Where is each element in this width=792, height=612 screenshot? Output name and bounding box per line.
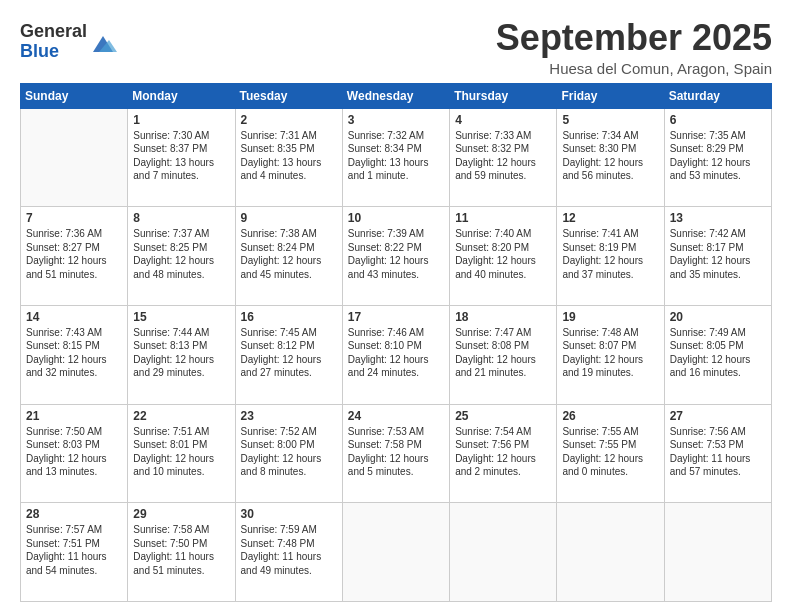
cell-week1-day3: 2Sunrise: 7:31 AMSunset: 8:35 PMDaylight… [235,108,342,207]
day-number: 27 [670,409,766,423]
cell-week5-day7 [664,503,771,602]
day-number: 11 [455,211,551,225]
week-row-5: 28Sunrise: 7:57 AMSunset: 7:51 PMDayligh… [21,503,772,602]
cell-week2-day4: 10Sunrise: 7:39 AMSunset: 8:22 PMDayligh… [342,207,449,306]
day-info: Sunrise: 7:56 AMSunset: 7:53 PMDaylight:… [670,425,766,479]
cell-week3-day3: 16Sunrise: 7:45 AMSunset: 8:12 PMDayligh… [235,305,342,404]
week-row-1: 1Sunrise: 7:30 AMSunset: 8:37 PMDaylight… [21,108,772,207]
day-info: Sunrise: 7:46 AMSunset: 8:10 PMDaylight:… [348,326,444,380]
day-number: 23 [241,409,337,423]
cell-week5-day4 [342,503,449,602]
cell-week5-day6 [557,503,664,602]
calendar-table: Sunday Monday Tuesday Wednesday Thursday… [20,83,772,602]
col-sunday: Sunday [21,83,128,108]
cell-week4-day2: 22Sunrise: 7:51 AMSunset: 8:01 PMDayligh… [128,404,235,503]
day-number: 29 [133,507,229,521]
logo-blue-text: Blue [20,41,59,61]
page: General Blue September 2025 Huesa del Co… [0,0,792,612]
day-info: Sunrise: 7:39 AMSunset: 8:22 PMDaylight:… [348,227,444,281]
day-info: Sunrise: 7:44 AMSunset: 8:13 PMDaylight:… [133,326,229,380]
cell-week2-day7: 13Sunrise: 7:42 AMSunset: 8:17 PMDayligh… [664,207,771,306]
day-number: 8 [133,211,229,225]
cell-week1-day4: 3Sunrise: 7:32 AMSunset: 8:34 PMDaylight… [342,108,449,207]
day-number: 30 [241,507,337,521]
cell-week1-day6: 5Sunrise: 7:34 AMSunset: 8:30 PMDaylight… [557,108,664,207]
week-row-2: 7Sunrise: 7:36 AMSunset: 8:27 PMDaylight… [21,207,772,306]
cell-week2-day1: 7Sunrise: 7:36 AMSunset: 8:27 PMDaylight… [21,207,128,306]
cell-week3-day4: 17Sunrise: 7:46 AMSunset: 8:10 PMDayligh… [342,305,449,404]
col-tuesday: Tuesday [235,83,342,108]
col-monday: Monday [128,83,235,108]
day-number: 12 [562,211,658,225]
day-info: Sunrise: 7:33 AMSunset: 8:32 PMDaylight:… [455,129,551,183]
day-number: 24 [348,409,444,423]
day-info: Sunrise: 7:47 AMSunset: 8:08 PMDaylight:… [455,326,551,380]
col-saturday: Saturday [664,83,771,108]
col-thursday: Thursday [450,83,557,108]
cell-week3-day5: 18Sunrise: 7:47 AMSunset: 8:08 PMDayligh… [450,305,557,404]
day-number: 6 [670,113,766,127]
day-info: Sunrise: 7:51 AMSunset: 8:01 PMDaylight:… [133,425,229,479]
cell-week1-day7: 6Sunrise: 7:35 AMSunset: 8:29 PMDaylight… [664,108,771,207]
cell-week3-day1: 14Sunrise: 7:43 AMSunset: 8:15 PMDayligh… [21,305,128,404]
cell-week4-day3: 23Sunrise: 7:52 AMSunset: 8:00 PMDayligh… [235,404,342,503]
day-info: Sunrise: 7:50 AMSunset: 8:03 PMDaylight:… [26,425,122,479]
day-number: 1 [133,113,229,127]
cell-week1-day2: 1Sunrise: 7:30 AMSunset: 8:37 PMDaylight… [128,108,235,207]
cell-week4-day4: 24Sunrise: 7:53 AMSunset: 7:58 PMDayligh… [342,404,449,503]
day-info: Sunrise: 7:37 AMSunset: 8:25 PMDaylight:… [133,227,229,281]
cell-week4-day7: 27Sunrise: 7:56 AMSunset: 7:53 PMDayligh… [664,404,771,503]
day-number: 28 [26,507,122,521]
cell-week3-day7: 20Sunrise: 7:49 AMSunset: 8:05 PMDayligh… [664,305,771,404]
day-info: Sunrise: 7:48 AMSunset: 8:07 PMDaylight:… [562,326,658,380]
day-info: Sunrise: 7:59 AMSunset: 7:48 PMDaylight:… [241,523,337,577]
day-info: Sunrise: 7:30 AMSunset: 8:37 PMDaylight:… [133,129,229,183]
logo-general-text: General [20,21,87,41]
cell-week2-day6: 12Sunrise: 7:41 AMSunset: 8:19 PMDayligh… [557,207,664,306]
day-number: 22 [133,409,229,423]
location: Huesa del Comun, Aragon, Spain [496,60,772,77]
col-wednesday: Wednesday [342,83,449,108]
day-number: 26 [562,409,658,423]
cell-week5-day5 [450,503,557,602]
day-info: Sunrise: 7:49 AMSunset: 8:05 PMDaylight:… [670,326,766,380]
day-info: Sunrise: 7:54 AMSunset: 7:56 PMDaylight:… [455,425,551,479]
day-info: Sunrise: 7:53 AMSunset: 7:58 PMDaylight:… [348,425,444,479]
cell-week5-day2: 29Sunrise: 7:58 AMSunset: 7:50 PMDayligh… [128,503,235,602]
day-info: Sunrise: 7:43 AMSunset: 8:15 PMDaylight:… [26,326,122,380]
day-number: 19 [562,310,658,324]
cell-week4-day5: 25Sunrise: 7:54 AMSunset: 7:56 PMDayligh… [450,404,557,503]
day-number: 13 [670,211,766,225]
cell-week2-day3: 9Sunrise: 7:38 AMSunset: 8:24 PMDaylight… [235,207,342,306]
header: General Blue September 2025 Huesa del Co… [20,18,772,77]
day-number: 5 [562,113,658,127]
cell-week1-day5: 4Sunrise: 7:33 AMSunset: 8:32 PMDaylight… [450,108,557,207]
day-number: 25 [455,409,551,423]
day-number: 14 [26,310,122,324]
calendar-header-row: Sunday Monday Tuesday Wednesday Thursday… [21,83,772,108]
day-info: Sunrise: 7:36 AMSunset: 8:27 PMDaylight:… [26,227,122,281]
day-number: 18 [455,310,551,324]
day-info: Sunrise: 7:31 AMSunset: 8:35 PMDaylight:… [241,129,337,183]
day-info: Sunrise: 7:34 AMSunset: 8:30 PMDaylight:… [562,129,658,183]
day-info: Sunrise: 7:57 AMSunset: 7:51 PMDaylight:… [26,523,122,577]
cell-week2-day5: 11Sunrise: 7:40 AMSunset: 8:20 PMDayligh… [450,207,557,306]
day-number: 9 [241,211,337,225]
day-number: 21 [26,409,122,423]
day-number: 16 [241,310,337,324]
day-number: 2 [241,113,337,127]
day-info: Sunrise: 7:45 AMSunset: 8:12 PMDaylight:… [241,326,337,380]
cell-week4-day6: 26Sunrise: 7:55 AMSunset: 7:55 PMDayligh… [557,404,664,503]
day-info: Sunrise: 7:58 AMSunset: 7:50 PMDaylight:… [133,523,229,577]
cell-week5-day1: 28Sunrise: 7:57 AMSunset: 7:51 PMDayligh… [21,503,128,602]
cell-week3-day6: 19Sunrise: 7:48 AMSunset: 8:07 PMDayligh… [557,305,664,404]
day-info: Sunrise: 7:40 AMSunset: 8:20 PMDaylight:… [455,227,551,281]
week-row-3: 14Sunrise: 7:43 AMSunset: 8:15 PMDayligh… [21,305,772,404]
month-title: September 2025 [496,18,772,58]
day-info: Sunrise: 7:41 AMSunset: 8:19 PMDaylight:… [562,227,658,281]
cell-week3-day2: 15Sunrise: 7:44 AMSunset: 8:13 PMDayligh… [128,305,235,404]
day-number: 7 [26,211,122,225]
day-number: 15 [133,310,229,324]
day-info: Sunrise: 7:52 AMSunset: 8:00 PMDaylight:… [241,425,337,479]
day-number: 10 [348,211,444,225]
